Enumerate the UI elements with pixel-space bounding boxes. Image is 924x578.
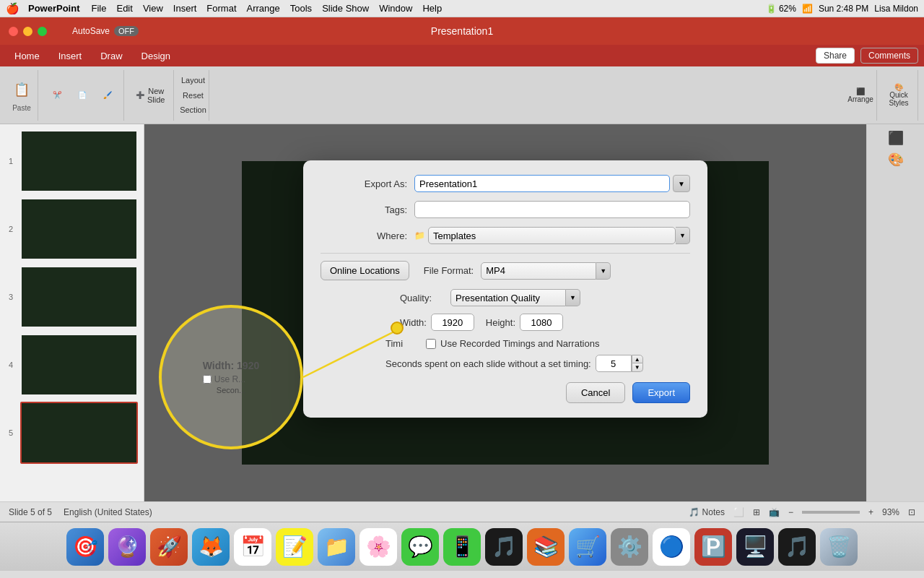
- dialog-separator: [321, 253, 690, 254]
- file-format-select[interactable]: MP4: [481, 262, 596, 280]
- export-as-input[interactable]: [414, 175, 670, 192]
- dock-messages[interactable]: 💬: [401, 528, 439, 566]
- tab-draw[interactable]: Draw: [92, 48, 131, 64]
- maximize-button[interactable]: [38, 27, 47, 36]
- quality-arrow[interactable]: ▼: [566, 289, 580, 306]
- traffic-lights: [9, 27, 47, 36]
- menu-edit[interactable]: Edit: [116, 3, 132, 14]
- slide-thumb-5[interactable]: 5: [20, 402, 138, 464]
- paste-icon: 📋: [14, 82, 30, 98]
- cancel-button[interactable]: Cancel: [566, 382, 625, 403]
- dock-appstore[interactable]: 🛒: [569, 528, 606, 566]
- use-timings-checkbox[interactable]: [426, 339, 436, 349]
- reset-button[interactable]: Reset: [181, 87, 204, 103]
- dock-books[interactable]: 📚: [527, 528, 565, 566]
- share-button[interactable]: Share: [816, 48, 855, 64]
- export-button[interactable]: Export: [632, 382, 690, 403]
- dock-monitor[interactable]: 🖥️: [736, 528, 774, 566]
- dock-systemprefs[interactable]: ⚙️: [611, 528, 648, 566]
- quick-styles-button[interactable]: 🎨 Quick Styles: [884, 77, 913, 113]
- tab-insert[interactable]: Insert: [50, 48, 91, 64]
- dock-music[interactable]: 🎵: [485, 528, 523, 566]
- dock-itunes[interactable]: 🎵: [778, 528, 816, 566]
- timing-label: Timi: [385, 338, 422, 349]
- slide-thumb-1[interactable]: 1: [20, 130, 138, 192]
- file-format-arrow[interactable]: ▼: [596, 262, 611, 280]
- arrange-icon: ⬛: [856, 87, 865, 95]
- app-name: PowerPoint: [28, 3, 80, 14]
- zoom-slider[interactable]: [802, 511, 860, 514]
- menu-insert[interactable]: Insert: [173, 3, 197, 14]
- dock-finder[interactable]: 🎯: [66, 528, 104, 566]
- layout-button[interactable]: Layout: [181, 73, 204, 88]
- layout-label: Layout: [181, 76, 205, 85]
- menu-help[interactable]: Help: [422, 3, 442, 14]
- menu-tools[interactable]: Tools: [290, 3, 312, 14]
- quick-styles-right-button[interactable]: 🎨: [888, 152, 904, 168]
- menu-bar: 🍎 PowerPoint File Edit View Insert Forma…: [0, 0, 924, 17]
- ribbon-tabs: Home Insert Draw Design Share Comments: [0, 45, 924, 66]
- menu-file[interactable]: File: [92, 3, 107, 14]
- slide-preview-1: [22, 131, 136, 191]
- cut-icon: ✂️: [53, 91, 61, 99]
- dock-trash[interactable]: 🗑️: [820, 528, 858, 566]
- minimize-button[interactable]: [23, 27, 32, 36]
- width-input[interactable]: [431, 314, 474, 331]
- cut-button[interactable]: ✂️: [45, 84, 69, 107]
- tab-home[interactable]: Home: [6, 48, 48, 64]
- dock-safari[interactable]: 🦊: [192, 528, 230, 566]
- dock-powerpoint[interactable]: 🅿️: [694, 528, 732, 566]
- dock-finder2[interactable]: 📁: [318, 528, 355, 566]
- dock-launchpad[interactable]: 🚀: [150, 528, 188, 566]
- timing-row: Timi Use Recorded Timings and Narrations: [321, 338, 690, 349]
- zoom-out[interactable]: −: [788, 507, 793, 517]
- arrange-right-button[interactable]: ⬛: [888, 130, 904, 146]
- comments-button[interactable]: Comments: [860, 48, 918, 64]
- arrange-button[interactable]: ⬛ Arrange: [849, 84, 872, 107]
- view-presenter[interactable]: 📺: [769, 507, 780, 517]
- menu-view[interactable]: View: [143, 3, 163, 14]
- fit-screen[interactable]: ⊡: [908, 507, 915, 517]
- paste-button[interactable]: 📋: [10, 78, 33, 101]
- menu-window[interactable]: Window: [379, 3, 412, 14]
- seconds-decrement[interactable]: ▼: [632, 363, 643, 372]
- close-button[interactable]: [9, 27, 18, 36]
- view-normal[interactable]: ⬜: [733, 507, 744, 517]
- menu-arrange[interactable]: Arrange: [247, 3, 280, 14]
- dock-facetime[interactable]: 📱: [443, 528, 481, 566]
- format-painter-icon: 🖌️: [103, 91, 112, 99]
- view-grid[interactable]: ⊞: [753, 507, 760, 517]
- new-slide-button[interactable]: ➕ NewSlide: [131, 84, 169, 107]
- seconds-increment[interactable]: ▲: [632, 355, 643, 363]
- seconds-input[interactable]: [596, 355, 632, 372]
- notes-button[interactable]: 🎵 Notes: [689, 507, 725, 517]
- slide-panel: 1 2 3 4 5: [0, 124, 144, 501]
- menu-format[interactable]: Format: [206, 3, 236, 14]
- height-input[interactable]: [520, 314, 563, 331]
- slide-thumb-3[interactable]: 3: [20, 266, 138, 328]
- dock-photos[interactable]: 🌸: [359, 528, 397, 566]
- menu-slideshow[interactable]: Slide Show: [322, 3, 369, 14]
- section-button[interactable]: Section: [181, 103, 204, 118]
- slide-num-2: 2: [9, 225, 13, 233]
- dock-siri[interactable]: 🔮: [108, 528, 146, 566]
- dock-notes[interactable]: 📝: [276, 528, 313, 566]
- dock-chrome[interactable]: 🔵: [653, 528, 690, 566]
- dock-calendar[interactable]: 📅: [234, 528, 271, 566]
- tags-input[interactable]: [414, 201, 690, 218]
- copy-button[interactable]: 📄: [71, 84, 94, 107]
- autosave-toggle[interactable]: OFF: [114, 26, 139, 36]
- quality-select[interactable]: Presentation Quality: [450, 289, 566, 306]
- apple-menu[interactable]: 🍎: [6, 2, 19, 15]
- zoom-in[interactable]: +: [868, 507, 873, 517]
- where-arrow[interactable]: ▼: [676, 227, 690, 244]
- format-painter-button[interactable]: 🖌️: [96, 84, 119, 107]
- online-locations-button[interactable]: Online Locations: [321, 261, 409, 280]
- tab-design[interactable]: Design: [133, 48, 179, 64]
- where-select[interactable]: Templates: [428, 227, 676, 244]
- slide-thumb-2[interactable]: 2: [20, 198, 138, 260]
- user-name: Lisa Mildon: [874, 4, 918, 14]
- slide-thumb-4[interactable]: 4: [20, 334, 138, 396]
- export-as-dropdown[interactable]: ▼: [673, 175, 690, 192]
- autosave-area: AutoSave OFF: [72, 26, 139, 36]
